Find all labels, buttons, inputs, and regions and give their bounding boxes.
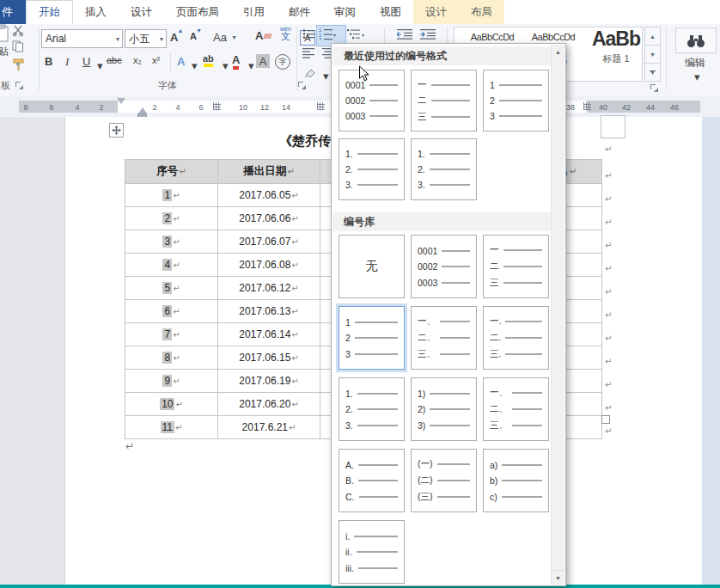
cell-air-date[interactable]: 2017.06.06↵ — [218, 207, 320, 230]
copy-icon[interactable] — [12, 40, 25, 53]
header-cell[interactable]: 序号↵ — [125, 160, 218, 184]
cell-episode-no[interactable]: 7↵ — [125, 323, 218, 346]
cell-episode-no[interactable]: 10↵ — [125, 393, 218, 416]
tab-邮件[interactable]: 邮件 — [277, 0, 322, 24]
italic-button[interactable]: I — [65, 55, 69, 69]
tab-设计[interactable]: 设计 — [119, 0, 164, 24]
chevron-down-icon[interactable]: ▾ — [246, 59, 257, 72]
tab-布局[interactable]: 布局 — [459, 0, 504, 24]
numbering-option[interactable]: 一二三 — [411, 70, 477, 132]
style-item[interactable]: AaBb 标题 1 — [588, 28, 644, 65]
text-effects-button[interactable]: A — [177, 55, 185, 68]
tab-审阅[interactable]: 审阅 — [322, 0, 368, 24]
header-cell[interactable]: 播出日期↵ — [218, 160, 320, 184]
numbering-option[interactable]: 1.2.3. — [339, 138, 405, 200]
find-button[interactable] — [675, 28, 717, 53]
cell-episode-no[interactable]: 4↵ — [125, 254, 218, 277]
cell-air-date[interactable]: 2017.06.13↵ — [218, 300, 320, 323]
numbering-option[interactable]: 一、二、三、 — [483, 377, 549, 441]
numbering-option[interactable]: A.B.C. — [339, 449, 405, 512]
cell-air-date[interactable]: 2017.06.15↵ — [218, 346, 320, 370]
strikethrough-button[interactable]: abc — [107, 55, 122, 65]
numbering-option[interactable]: 一.二.三. — [483, 306, 549, 370]
document-title[interactable]: 《楚乔传 — [279, 133, 331, 150]
increase-indent-icon[interactable] — [420, 29, 437, 40]
multilevel-list-icon[interactable]: ▾ — [347, 28, 368, 40]
font-size-combo[interactable]: 小五▾ — [125, 29, 167, 48]
font-dialog-launcher-icon[interactable] — [298, 82, 306, 89]
character-shading-button[interactable]: A — [256, 54, 270, 68]
clear-formatting-button[interactable]: A — [255, 29, 272, 42]
chevron-down-icon[interactable]: ▾ — [320, 70, 332, 83]
cell-air-date[interactable]: 2017.06.20↵ — [218, 393, 320, 416]
scroll-down-icon[interactable]: ▼ — [552, 570, 564, 585]
cut-icon[interactable] — [12, 24, 25, 37]
chevron-down-icon[interactable]: ▾ — [189, 59, 200, 72]
hanging-indent-marker[interactable] — [138, 107, 147, 113]
styles-scroll-down[interactable]: ▼ — [644, 45, 661, 64]
chevron-down-icon[interactable]: ▾ — [692, 70, 703, 83]
tab-设计[interactable]: 设计 — [413, 0, 459, 24]
underline-button[interactable]: U — [82, 55, 90, 68]
align-left-icon[interactable] — [302, 48, 315, 58]
ruler-table-marker-icon[interactable] — [317, 102, 325, 110]
tab-引用[interactable]: 引用 — [231, 0, 277, 24]
styles-dialog-launcher-icon[interactable] — [650, 84, 658, 92]
decrease-indent-icon[interactable] — [397, 29, 414, 40]
numbering-option[interactable]: 一、二、三、 — [411, 306, 477, 370]
ruler-table-marker-icon[interactable] — [213, 102, 221, 110]
numbering-option[interactable]: 一二三 — [483, 235, 549, 298]
cell-episode-no[interactable]: 8↵ — [125, 346, 218, 370]
cell-episode-no[interactable]: 3↵ — [125, 230, 218, 254]
format-painter-icon[interactable] — [12, 58, 25, 71]
chevron-down-icon[interactable]: ▾ — [95, 59, 106, 72]
cell-air-date[interactable]: 2017.06.12↵ — [218, 277, 320, 300]
styles-scroll-up[interactable]: ▲ — [644, 27, 661, 46]
tab-页面布局[interactable]: 页面布局 — [164, 0, 231, 24]
paste-icon[interactable] — [0, 24, 10, 43]
scroll-up-icon[interactable]: ▲ — [552, 45, 564, 58]
shading-bucket-icon[interactable] — [303, 67, 318, 80]
numbering-option[interactable]: 000100020003 — [411, 235, 477, 298]
cell-air-date[interactable]: 2017.06.05↵ — [218, 184, 320, 207]
cell-episode-no[interactable]: 6↵ — [125, 300, 218, 323]
highlight-color-button[interactable]: ab — [203, 53, 214, 64]
subscript-button[interactable]: x₂ — [133, 55, 142, 65]
dropdown-scrollbar[interactable]: ▲ ▼ — [551, 45, 564, 585]
bold-button[interactable]: B — [45, 55, 52, 68]
phonetic-guide-button[interactable]: wén文 — [280, 26, 291, 41]
bullets-icon[interactable] — [302, 28, 316, 40]
numbering-icon[interactable]: 123▾ — [319, 28, 338, 40]
font-color-button[interactable]: A — [232, 53, 240, 66]
first-line-indent-marker[interactable] — [117, 98, 125, 104]
styles-more-button[interactable]: ▼ — [644, 63, 661, 82]
cell-air-date[interactable]: 2017.06.19↵ — [218, 370, 320, 393]
cell-air-date[interactable]: 2017.6.21↵ — [218, 416, 320, 439]
cell-episode-no[interactable]: 1↵ — [125, 184, 218, 207]
tab-file[interactable]: 件 — [0, 0, 26, 24]
tab-开始[interactable]: 开始 — [26, 0, 73, 24]
tab-插入[interactable]: 插入 — [73, 0, 119, 24]
numbering-option-none[interactable]: 无 — [339, 235, 405, 298]
cell-episode-no[interactable]: 5↵ — [125, 277, 218, 300]
numbering-option[interactable]: 1.2.3. — [411, 138, 477, 200]
numbering-option[interactable]: i.ii.iii. — [339, 520, 405, 584]
numbering-option[interactable]: a)b)c) — [483, 449, 549, 512]
cell-air-date[interactable]: 2017.06.08↵ — [218, 254, 320, 277]
ruler-table-marker-icon[interactable] — [583, 102, 591, 110]
change-case-button[interactable]: Aa ▾ — [213, 31, 239, 44]
numbering-option[interactable]: 000100020003 — [339, 70, 405, 132]
numbering-option[interactable]: 123 — [339, 306, 405, 370]
superscript-button[interactable]: x² — [152, 55, 160, 65]
numbering-option[interactable]: 1)2)3) — [411, 377, 477, 441]
numbering-option[interactable]: 1.2.3. — [339, 377, 405, 441]
grow-font-button[interactable]: A▲ — [170, 31, 178, 44]
cell-episode-no[interactable]: 2↵ — [125, 207, 218, 230]
tab-视图[interactable]: 视图 — [368, 0, 413, 24]
paste-label[interactable]: 粘贴 — [0, 45, 9, 59]
font-name-combo[interactable]: Arial▾ — [41, 29, 123, 48]
table-resize-handle[interactable] — [601, 415, 610, 424]
chevron-down-icon[interactable]: ▾ — [220, 59, 231, 72]
clipboard-dialog-launcher-icon[interactable] — [15, 82, 23, 89]
shrink-font-button[interactable]: A▼ — [190, 31, 197, 41]
